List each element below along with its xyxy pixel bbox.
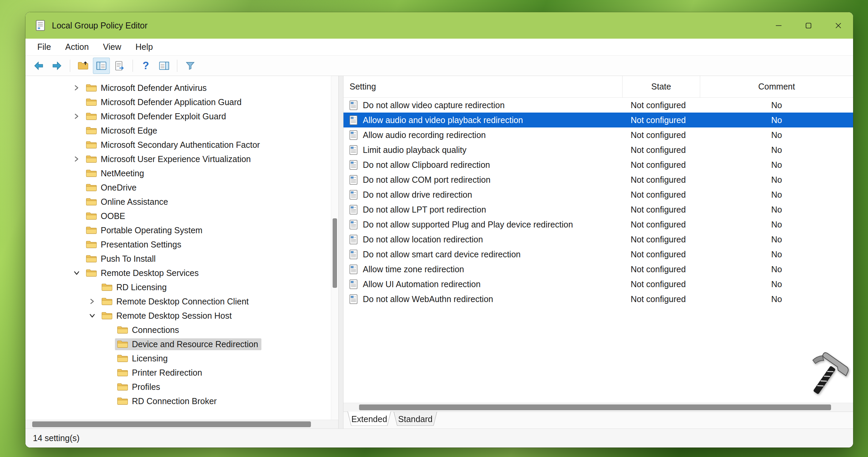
tree-expander-icon[interactable] [86,310,98,321]
tree-item[interactable]: OneDrive [25,180,338,195]
maximize-button[interactable] [793,12,823,39]
list-row[interactable]: Do not allow location redirection Not co… [343,232,853,247]
menu-item-view[interactable]: View [96,39,129,55]
tree-expander-icon[interactable] [102,324,114,336]
tree-expander-icon[interactable] [86,296,98,307]
scrollbar-thumb[interactable] [359,404,831,410]
menu-item-help[interactable]: Help [129,39,160,55]
tree-item[interactable]: Microsoft Defender Exploit Guard [25,109,338,123]
tree-item[interactable]: Presentation Settings [25,237,338,252]
list-row[interactable]: Allow time zone redirection Not configur… [343,262,853,277]
tree-horizontal-scrollbar[interactable] [25,420,338,429]
tree-item[interactable]: Remote Desktop Session Host [25,309,338,323]
forward-button[interactable] [48,58,65,74]
list-row[interactable]: Do not allow WebAuthn redirection Not co… [343,292,853,306]
tree-item[interactable]: Microsoft Defender Antivirus [25,81,338,95]
tree-expander-icon[interactable] [71,224,82,236]
tree-expander-icon[interactable] [102,367,114,378]
folder-icon [101,311,113,320]
tree-item[interactable]: Remote Desktop Connection Client [25,294,338,309]
list-row[interactable]: Do not allow LPT port redirection Not co… [343,202,853,217]
tree-expander-icon[interactable] [71,153,82,165]
tree-item[interactable]: Push To Install [25,252,338,266]
tree-item[interactable]: Microsoft Defender Application Guard [25,95,338,109]
scrollbar-thumb[interactable] [32,421,311,427]
tree-item[interactable]: Licensing [25,351,338,365]
list-row[interactable]: Allow audio recording redirection Not co… [343,127,853,142]
minimize-button[interactable] [764,12,793,39]
tree-item[interactable]: Microsoft Secondary Authentication Facto… [25,138,338,152]
list-row[interactable]: Do not allow drive redirection Not confi… [343,187,853,202]
tree-item[interactable]: Microsoft Edge [25,123,338,138]
tree-expander-icon[interactable] [71,96,82,108]
tree-item[interactable]: RD Licensing [25,280,338,294]
tree-vertical-scrollbar[interactable] [331,76,338,420]
menu-item-action[interactable]: Action [58,39,96,55]
list-row[interactable]: Do not allow video capture redirection N… [343,98,853,113]
up-one-level-button[interactable] [75,58,92,74]
tree-expander-icon[interactable] [71,267,82,279]
close-button[interactable] [823,12,853,39]
filter-button[interactable] [182,58,199,74]
tree-expander-icon[interactable] [71,167,82,179]
tree-item[interactable]: Online Assistance [25,195,338,209]
tree-expander-icon[interactable] [102,381,114,393]
tree-item-label: Microsoft Defender Application Guard [101,97,242,107]
pane-splitter[interactable] [339,76,343,429]
tree-expander-icon[interactable] [71,239,82,250]
back-button[interactable] [30,58,47,74]
tree-expander-icon[interactable] [71,111,82,122]
menu-item-file[interactable]: File [30,39,58,55]
list-row[interactable]: Do not allow smart card device redirecti… [343,247,853,262]
tree-item[interactable]: Remote Desktop Services [25,266,338,280]
tree-item[interactable]: RD Connection Broker [25,394,338,408]
setting-state: Not configured [623,205,700,215]
setting-comment: No [700,145,853,155]
tree-expander-icon[interactable] [71,182,82,193]
tab-standard[interactable]: Standard [394,412,437,429]
tree-item[interactable]: Portable Operating System [25,223,338,237]
tree-item-label: Remote Desktop Connection Client [116,297,249,306]
tree-expander-icon[interactable] [71,253,82,264]
tree-item[interactable]: NetMeeting [25,166,338,180]
folder-icon [86,112,97,121]
scrollbar-thumb[interactable] [333,218,337,288]
column-header-comment[interactable]: Comment [700,76,853,97]
tree-expander-icon[interactable] [102,338,114,350]
tree-expander-icon[interactable] [71,82,82,94]
setting-comment: No [700,264,853,274]
tree-item[interactable]: OOBE [25,209,338,223]
list-horizontal-scrollbar[interactable] [343,403,853,412]
folder-icon [86,98,97,106]
tab-extended[interactable]: Extended [348,412,391,429]
help-button[interactable]: ? [137,58,154,74]
title-bar[interactable]: Local Group Policy Editor [25,12,853,39]
column-header-setting[interactable]: Setting [343,76,623,97]
tree-item[interactable]: Profiles [25,380,338,394]
list-row[interactable]: Allow UI Automation redirection Not conf… [343,277,853,292]
setting-name: Do not allow smart card device redirecti… [363,250,520,259]
export-list-button[interactable] [111,58,128,74]
tree-expander-icon[interactable] [102,395,114,407]
column-header-state[interactable]: State [623,76,700,97]
tree-expander-icon[interactable] [102,353,114,364]
show-console-tree-button[interactable] [93,58,110,74]
list-row[interactable]: Limit audio playback quality Not configu… [343,142,853,157]
show-action-pane-button[interactable] [156,58,173,74]
tree-item[interactable]: Device and Resource Redirection [25,337,338,351]
tree-expander-icon[interactable] [71,196,82,207]
tree-expander-icon[interactable] [71,139,82,151]
tree-item-label: Push To Install [101,254,156,264]
tree-expander-icon[interactable] [71,125,82,136]
tree-expander-icon[interactable] [71,210,82,222]
list-row[interactable]: Do not allow COM port redirection Not co… [343,172,853,187]
folder-icon [86,254,97,263]
tree-item[interactable]: Printer Redirection [25,365,338,380]
list-row[interactable]: Do not allow supported Plug and Play dev… [343,217,853,232]
list-row[interactable]: Allow audio and video playback redirecti… [343,113,853,127]
list-row[interactable]: Do not allow Clipboard redirection Not c… [343,157,853,172]
tree-item[interactable]: Connections [25,323,338,337]
tree-item[interactable]: Microsoft User Experience Virtualization [25,152,338,166]
tree-expander-icon[interactable] [86,281,98,293]
setting-name: Allow time zone redirection [363,264,464,274]
